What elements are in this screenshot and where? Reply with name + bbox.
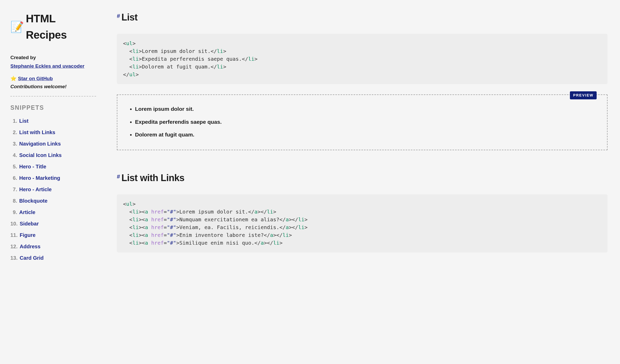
code-token: > [139, 48, 142, 54]
code-token: li [282, 232, 289, 238]
code-token: li [248, 56, 254, 62]
code-token: li [273, 240, 279, 246]
code-token: Enim inventore labore iste? [179, 232, 264, 238]
code-token: li [298, 224, 304, 230]
star-github-link[interactable]: Star on GitHub [18, 76, 53, 81]
code-token: li [132, 48, 139, 54]
code-token: li [132, 64, 139, 70]
preview-li: Dolorem at fugit quam. [135, 131, 597, 139]
sidebar: 📝 HTML Recipes Created by Stephanie Eckl… [10, 10, 96, 265]
code-token: href [151, 232, 164, 238]
meta-block: Created by Stephanie Eckles and uvacoder… [10, 54, 96, 90]
code-token: Lorem ipsum dolor sit. [179, 209, 248, 215]
code-token: li [217, 48, 223, 54]
preview-li: Lorem ipsum dolor sit. [135, 105, 597, 113]
code-token: ul [126, 201, 132, 207]
code-token: a [145, 216, 148, 223]
code-token: > [132, 40, 136, 46]
toc-link-hero-title[interactable]: Hero - Title [19, 163, 46, 170]
toc-link-navigation-links[interactable]: Navigation Links [19, 140, 61, 148]
section-heading-list: # List [117, 10, 608, 24]
toc-link-card-grid[interactable]: Card Grid [20, 254, 44, 262]
code-token: > [223, 64, 226, 70]
code-token: > [139, 56, 142, 62]
toc-item: Social Icon Links [10, 151, 96, 159]
code-token: li [132, 224, 139, 230]
code-token: < [129, 48, 132, 54]
author-link[interactable]: Stephanie Eckles and uvacoder [10, 63, 84, 69]
code-token: </ [123, 71, 129, 78]
code-token: a [145, 224, 148, 230]
code-token: </ [211, 64, 217, 70]
toc-link-list[interactable]: List [19, 117, 29, 125]
toc-item: List [10, 117, 96, 125]
code-token: li [132, 209, 139, 215]
code-token: < [129, 56, 132, 62]
created-by-label: Created by [10, 54, 96, 61]
code-token: "#" [167, 209, 176, 215]
code-block-list[interactable]: <ul> <li>Lorem ipsum dolor sit.</li> <li… [117, 34, 608, 84]
toc-link-hero-marketing[interactable]: Hero - Marketing [19, 174, 60, 182]
code-token: Similique enim nisi quo. [179, 240, 254, 246]
code-token: li [217, 64, 223, 70]
code-block-list-with-links[interactable]: <ul> <li><a href="#">Lorem ipsum dolor s… [117, 194, 608, 252]
code-token: </ [242, 56, 248, 62]
code-token: href [151, 224, 164, 230]
code-token: href [151, 216, 164, 223]
toc-item: Hero - Title [10, 163, 96, 170]
main-content: # List <ul> <li>Lorem ipsum dolor sit.</… [117, 10, 608, 265]
toc-link-social-icon-links[interactable]: Social Icon Links [19, 151, 62, 159]
code-token: ul [126, 40, 132, 46]
code-token: > [136, 71, 139, 78]
anchor-link-list-with-links[interactable]: # [117, 172, 120, 181]
code-token: "#" [167, 240, 176, 246]
toc-item: Card Grid [10, 254, 96, 262]
toc-link-hero-article[interactable]: Hero - Article [19, 186, 52, 193]
toc-link-article[interactable]: Article [19, 208, 35, 216]
anchor-link-list[interactable]: # [117, 12, 120, 20]
toc-item: Navigation Links [10, 140, 96, 148]
contributions-note: Contributions welcome! [10, 83, 96, 91]
code-token: ul [129, 71, 136, 78]
toc-item: Address [10, 243, 96, 250]
toc-item: Blockquote [10, 197, 96, 205]
code-token: li [267, 209, 273, 215]
toc-item: Figure [10, 231, 96, 239]
section-heading-list-with-links: # List with Links [117, 171, 608, 185]
code-token: a [145, 232, 148, 238]
toc-link-address[interactable]: Address [20, 243, 41, 250]
code-token: Numquam exercitationem ea alias? [179, 216, 279, 223]
code-token: > [254, 56, 258, 62]
code-token: "#" [167, 216, 176, 223]
site-title-text: HTML Recipes [26, 10, 96, 43]
toc-item: Article [10, 208, 96, 216]
code-token: > [223, 48, 226, 54]
preview-li: Expedita perferendis saepe quas. [135, 118, 597, 126]
code-token: a [145, 240, 148, 246]
code-token: a [261, 240, 264, 246]
preview-label: PREVIEW [570, 91, 597, 99]
toc-item: Hero - Article [10, 186, 96, 193]
code-token: Dolorem at fugit quam. [142, 64, 211, 70]
toc-link-list-with-links[interactable]: List with Links [19, 128, 55, 136]
code-token: li [132, 232, 139, 238]
toc-link-sidebar[interactable]: Sidebar [20, 220, 39, 228]
code-token: li [132, 216, 139, 223]
preview-ul: Lorem ipsum dolor sit. Expedita perferen… [128, 105, 597, 139]
section-title-list: List [122, 10, 138, 24]
code-token: li [132, 56, 139, 62]
toc-item: Sidebar [10, 220, 96, 228]
toc-item: Hero - Marketing [10, 174, 96, 182]
code-token: < [129, 64, 132, 70]
toc-item: List with Links [10, 128, 96, 136]
toc-list: List List with Links Navigation Links So… [10, 117, 96, 262]
toc-link-blockquote[interactable]: Blockquote [19, 197, 48, 205]
toc-link-figure[interactable]: Figure [20, 231, 36, 239]
divider [10, 96, 96, 97]
code-token: a [145, 209, 148, 215]
star-icon: ⭐ [10, 76, 17, 81]
code-token: a [286, 216, 289, 223]
snippets-heading: Snippets [10, 103, 96, 112]
code-token: "#" [167, 232, 176, 238]
code-token: a [270, 232, 273, 238]
